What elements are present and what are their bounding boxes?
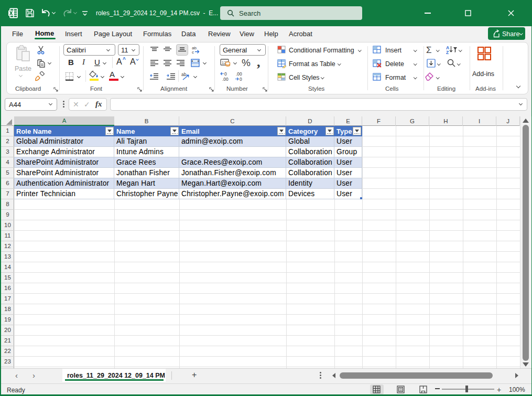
svg-text:0: 0: [224, 71, 227, 77]
svg-text:.00: .00: [236, 71, 242, 77]
svg-text:.00: .00: [222, 77, 229, 82]
svg-text:c: c: [192, 50, 194, 54]
svg-text:Z: Z: [446, 50, 449, 55]
svg-text:0: 0: [240, 77, 242, 82]
svg-text:ab: ab: [181, 72, 187, 77]
